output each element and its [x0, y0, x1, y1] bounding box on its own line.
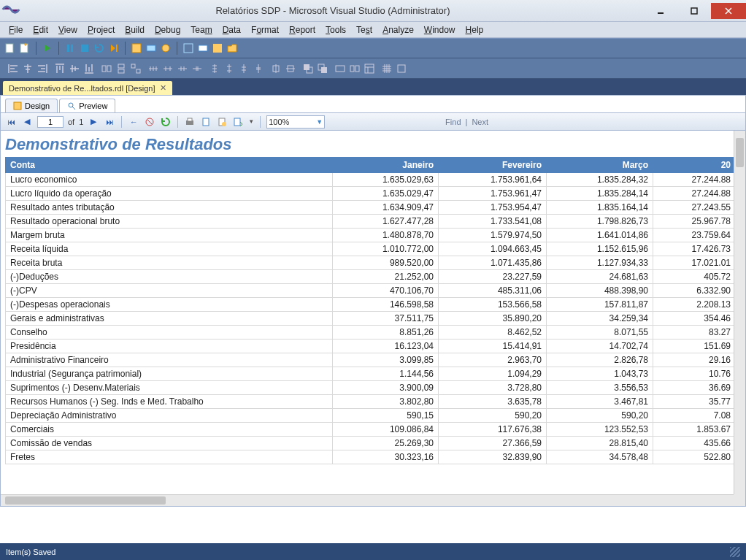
pause-icon[interactable] [64, 42, 76, 54]
split-icon[interactable] [349, 63, 361, 74]
column-header: 20 [653, 158, 734, 173]
row-value: 23.227,59 [439, 270, 547, 284]
back-icon[interactable]: ← [128, 116, 139, 128]
column-header: Conta [6, 158, 333, 173]
maximize-button[interactable] [677, 3, 711, 19]
menu-test[interactable]: Test [352, 23, 377, 37]
align-right-icon[interactable] [36, 63, 48, 74]
tab-design[interactable]: Design [5, 99, 58, 112]
horizontal-scrollbar[interactable] [1, 494, 734, 506]
close-button[interactable] [711, 3, 746, 19]
tool-icon[interactable] [160, 42, 172, 54]
menu-debug[interactable]: Debug [150, 23, 185, 37]
next-page-icon[interactable]: ▶ [88, 116, 99, 128]
grid-icon[interactable] [381, 63, 393, 74]
zoom-select[interactable]: 100% ▼ [266, 115, 325, 129]
menu-tools[interactable]: Tools [321, 23, 350, 37]
tool-icon[interactable] [145, 42, 157, 54]
vspace-equal-icon[interactable] [209, 63, 220, 74]
next-label[interactable]: Next [472, 118, 488, 126]
same-size-icon[interactable] [130, 63, 142, 74]
document-tab-active[interactable]: Demonstrativo de Re...ltados.rdl [Design… [3, 81, 172, 95]
add-item-icon[interactable] [19, 42, 31, 54]
page-input[interactable] [37, 116, 64, 128]
menu-project[interactable]: Project [83, 23, 119, 37]
layout-icon[interactable] [364, 63, 375, 74]
align-center-icon[interactable] [22, 63, 34, 74]
hspace-inc-icon[interactable] [162, 63, 174, 74]
row-value: 29.16 [653, 353, 734, 367]
svg-rect-9 [147, 45, 155, 51]
row-value: 27.244.88 [653, 173, 734, 187]
same-height-icon[interactable] [115, 63, 127, 74]
vspace-inc-icon[interactable] [223, 63, 235, 74]
row-label: Depreciação Administrativo [6, 409, 333, 423]
print-layout-icon[interactable] [200, 116, 212, 128]
last-page-icon[interactable]: ⏭ [104, 116, 115, 128]
row-value: 3.635,78 [439, 395, 547, 409]
restart-icon[interactable] [93, 42, 105, 54]
folder-icon[interactable] [226, 42, 238, 54]
hspace-remove-icon[interactable] [191, 63, 203, 74]
align-middle-icon[interactable] [69, 63, 80, 74]
close-tab-icon[interactable]: ✕ [160, 83, 166, 93]
menu-file[interactable]: File [4, 23, 27, 37]
new-item-icon[interactable] [4, 42, 16, 54]
start-icon[interactable] [42, 42, 53, 54]
resize-grip-icon[interactable] [730, 547, 740, 557]
stop-render-icon[interactable] [144, 116, 155, 128]
hspace-equal-icon[interactable] [147, 63, 159, 74]
menu-team[interactable]: Team [186, 23, 216, 37]
align-bottom-icon[interactable] [83, 63, 95, 74]
find-label[interactable]: Find [445, 118, 461, 126]
menu-report[interactable]: Report [285, 23, 320, 37]
minimize-button[interactable] [644, 3, 677, 19]
menu-analyze[interactable]: Analyze [378, 23, 418, 37]
bring-front-icon[interactable] [302, 63, 314, 74]
menu-edit[interactable]: Edit [28, 23, 53, 37]
print-icon[interactable] [184, 116, 196, 128]
row-value: 15.414,91 [439, 340, 547, 353]
row-label: (-)Deduções [6, 270, 333, 284]
vspace-dec-icon[interactable] [238, 63, 250, 74]
menu-window[interactable]: Window [420, 23, 460, 37]
menu-build[interactable]: Build [120, 23, 149, 37]
row-value: 1.733.541,08 [439, 215, 547, 229]
vertical-scrollbar[interactable] [734, 131, 745, 494]
step-icon[interactable] [108, 42, 120, 54]
menu-data[interactable]: Data [218, 23, 245, 37]
stop-icon[interactable] [79, 42, 91, 54]
row-value: 7.08 [653, 409, 734, 423]
menu-help[interactable]: Help [461, 23, 488, 37]
merge-icon[interactable] [334, 63, 346, 74]
export-icon[interactable] [232, 116, 244, 128]
tab-preview[interactable]: Preview [59, 99, 115, 112]
page-setup-icon[interactable] [216, 116, 228, 128]
tool-icon[interactable] [131, 42, 142, 54]
align-top-icon[interactable] [54, 63, 66, 74]
row-value: 1.579.974,50 [439, 229, 547, 242]
row-value: 405.72 [653, 270, 734, 284]
snap-icon[interactable] [396, 63, 407, 74]
design-icon [13, 101, 22, 110]
menu-view[interactable]: View [54, 23, 82, 37]
row-value: 3.900,09 [333, 381, 439, 395]
hspace-dec-icon[interactable] [177, 63, 188, 74]
tool-icon[interactable] [197, 42, 209, 54]
svg-rect-16 [118, 64, 124, 68]
send-back-icon[interactable] [317, 63, 328, 74]
row-value: 1.127.934,33 [547, 256, 653, 270]
center-h-icon[interactable] [270, 63, 282, 74]
designer-area: Design Preview ⏮ ◀ of 1 ▶ ⏭ ← ▼ 100% ▼ F… [0, 95, 746, 507]
center-v-icon[interactable] [285, 63, 296, 74]
refresh-icon[interactable] [160, 116, 172, 128]
tool-icon[interactable] [212, 42, 223, 54]
vspace-remove-icon[interactable] [253, 63, 264, 74]
menu-format[interactable]: Format [247, 23, 283, 37]
tool-icon[interactable] [182, 42, 194, 54]
prev-page-icon[interactable]: ◀ [21, 116, 33, 128]
first-page-icon[interactable]: ⏮ [5, 116, 17, 128]
same-width-icon[interactable] [101, 63, 112, 74]
align-left-icon[interactable] [7, 63, 19, 74]
svg-rect-14 [102, 66, 106, 72]
